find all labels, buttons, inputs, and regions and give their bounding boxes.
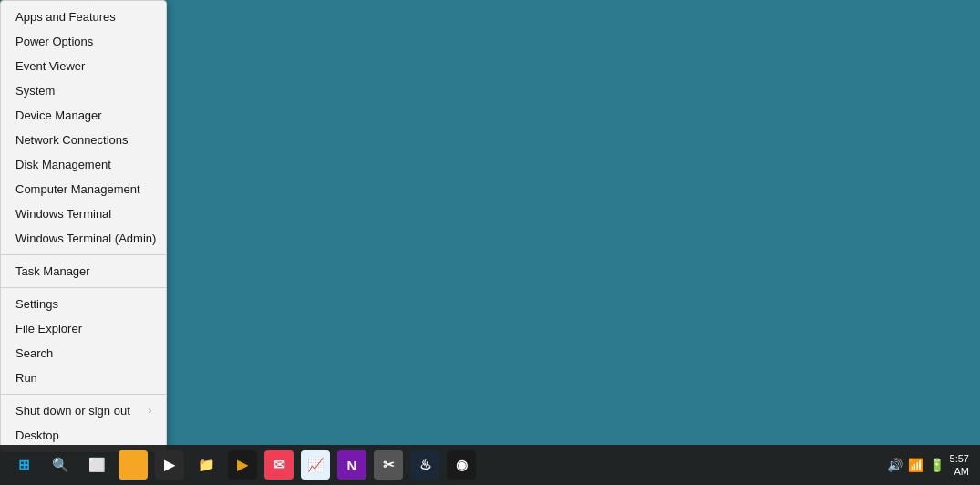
taskbar-icon-stockapp[interactable]: 📈 — [299, 449, 332, 481]
menu-item-search[interactable]: Search — [1, 341, 166, 366]
menu-item-label: Computer Management — [15, 182, 140, 196]
menu-item-windows-terminal[interactable]: Windows Terminal — [1, 201, 166, 226]
menu-item-label: System — [15, 84, 55, 98]
taskbar: ⊞🔍⬜🛡▶📁▶✉📈N✂♨◉ 🔊📶🔋5:57AM — [0, 445, 980, 485]
menu-item-label: Disk Management — [15, 158, 111, 171]
menu-item-label: Shut down or sign out — [15, 404, 130, 418]
taskbar-icon-symbol: ▶ — [228, 450, 257, 480]
submenu-arrow-icon: › — [149, 406, 151, 416]
taskbar-icon-symbol: ⊞ — [9, 450, 38, 480]
menu-item-run[interactable]: Run — [1, 366, 166, 390]
taskbar-icon-pocket[interactable]: ✉ — [263, 449, 295, 481]
taskbar-icon-symbol: 🛡 — [119, 450, 148, 480]
menu-item-label: Power Options — [15, 35, 93, 48]
menu-separator — [1, 394, 166, 395]
taskbar-icon-symbol: ✂ — [374, 450, 403, 480]
menu-item-label: Task Manager — [15, 264, 90, 278]
taskbar-icon-unknown[interactable]: ✂ — [372, 449, 405, 481]
wifi-icon[interactable]: 📶 — [908, 458, 923, 472]
menu-item-label: Event Viewer — [15, 59, 85, 73]
menu-item-label: Desktop — [15, 428, 59, 442]
menu-item-label: Search — [15, 346, 53, 360]
menu-item-computer-management[interactable]: Computer Management — [1, 177, 166, 201]
menu-item-label: Run — [15, 371, 37, 385]
taskbar-icon-oculus[interactable]: ◉ — [445, 449, 478, 481]
taskbar-icon-windows-start[interactable]: ⊞ — [7, 449, 40, 481]
taskbar-icon-onenote[interactable]: N — [335, 449, 368, 481]
taskbar-icon-antivirus[interactable]: 🛡 — [117, 449, 150, 481]
menu-item-windows-terminal-admin[interactable]: Windows Terminal (Admin) — [1, 226, 166, 251]
menu-item-label: Device Manager — [15, 108, 102, 122]
taskbar-icon-steam[interactable]: ♨ — [408, 449, 441, 481]
menu-separator — [1, 287, 166, 288]
menu-item-file-explorer[interactable]: File Explorer — [1, 316, 166, 341]
taskbar-icon-plex[interactable]: ▶ — [226, 449, 259, 481]
taskbar-icon-symbol: 🔍 — [46, 450, 75, 480]
taskbar-icon-task-view[interactable]: ⬜ — [80, 449, 113, 481]
taskbar-icon-symbol: ◉ — [447, 450, 476, 480]
battery-icon[interactable]: 🔋 — [929, 458, 944, 472]
volume-icon[interactable]: 🔊 — [887, 458, 903, 472]
system-tray: 🔊📶🔋5:57AM — [887, 452, 980, 479]
clock-display[interactable]: 5:57AM — [950, 452, 969, 479]
taskbar-icon-symbol: N — [337, 450, 366, 480]
taskbar-icon-files[interactable]: 📁 — [190, 449, 222, 481]
taskbar-icon-symbol: ♨ — [410, 450, 439, 480]
menu-item-task-manager[interactable]: Task Manager — [1, 259, 166, 284]
menu-item-power-options[interactable]: Power Options — [1, 29, 166, 54]
menu-item-desktop[interactable]: Desktop — [1, 423, 166, 448]
menu-item-disk-management[interactable]: Disk Management — [1, 152, 166, 177]
menu-item-label: Windows Terminal — [15, 207, 111, 221]
menu-separator — [1, 254, 166, 255]
menu-item-settings[interactable]: Settings — [1, 292, 166, 316]
taskbar-icon-search-tb[interactable]: 🔍 — [44, 449, 77, 481]
menu-item-label: Apps and Features — [15, 10, 116, 24]
taskbar-icon-terminal[interactable]: ▶ — [153, 449, 186, 481]
menu-item-event-viewer[interactable]: Event Viewer — [1, 54, 166, 78]
taskbar-icon-symbol: ▶ — [155, 450, 184, 480]
taskbar-icon-symbol: ⬜ — [82, 450, 111, 480]
menu-item-label: Settings — [15, 297, 58, 311]
taskbar-left: ⊞🔍⬜🛡▶📁▶✉📈N✂♨◉ — [0, 449, 478, 481]
menu-item-shut-down[interactable]: Shut down or sign out› — [1, 398, 166, 423]
menu-item-system[interactable]: System — [1, 78, 166, 103]
menu-item-label: File Explorer — [15, 322, 82, 335]
taskbar-icon-symbol: ✉ — [264, 450, 294, 480]
taskbar-icon-symbol: 📈 — [301, 450, 330, 480]
menu-item-network-connections[interactable]: Network Connections — [1, 128, 166, 152]
menu-item-label: Windows Terminal (Admin) — [15, 232, 156, 245]
menu-item-apps-features[interactable]: Apps and Features — [1, 5, 166, 29]
context-menu: Apps and FeaturesPower OptionsEvent View… — [0, 0, 167, 452]
menu-item-label: Network Connections — [15, 133, 129, 147]
taskbar-icon-symbol: 📁 — [191, 450, 221, 480]
menu-item-device-manager[interactable]: Device Manager — [1, 103, 166, 128]
